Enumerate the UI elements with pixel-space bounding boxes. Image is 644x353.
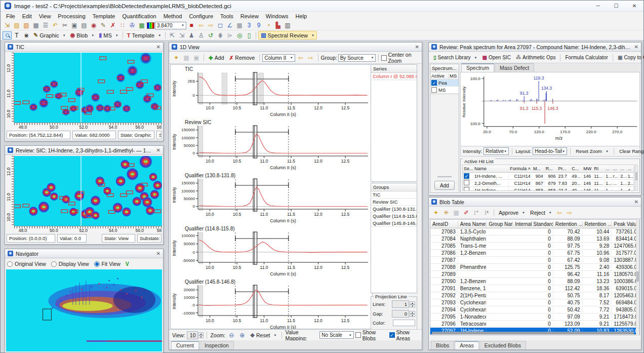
menu-file[interactable]: File — [3, 13, 19, 20]
save-icon[interactable]: ▦ — [31, 21, 41, 29]
keys-icon[interactable]: ✇ — [128, 21, 137, 29]
chart-tic[interactable]: TIC02E610.010.511.011.512.012.5Column II… — [171, 65, 372, 118]
group-item[interactable]: Review SIC — [371, 199, 417, 206]
gap-stepper[interactable]: 0▲▼ — [392, 310, 415, 318]
settings-icon[interactable]: ✳ — [441, 209, 451, 217]
maximize-button[interactable]: ☐ — [607, 1, 625, 11]
review-sic-titlebar[interactable]: Review: SIC: 1H-Indene, 2,3-dihydro-1,1-… — [5, 146, 163, 155]
tab-current[interactable]: Current — [171, 341, 199, 349]
menu-tools[interactable]: Tools — [217, 13, 237, 20]
chart-qualifier-114-8-115-8-[interactable]: Qualifier (114.8-115.8)-5000005000010000… — [171, 224, 372, 278]
heatmap-plot[interactable] — [14, 156, 162, 226]
hit-list-row[interactable]: 2,2-Dimeth...C11H148678797.8320...14611.… — [463, 180, 634, 187]
arithmetic-ops-button[interactable]: ⁂Arithmetic Ops — [514, 54, 558, 61]
edit-icon[interactable]: ✐ — [462, 209, 471, 217]
prev-icon[interactable]: ⇦ — [296, 54, 305, 62]
intensity-select[interactable]: Relative▼ — [484, 147, 509, 155]
menu-configure[interactable]: Configure — [185, 13, 217, 20]
template-dropdown[interactable]: TTemplate▼ — [125, 32, 163, 39]
spectral-review-dropdown[interactable]: ▨Spectral Review▼ — [258, 31, 317, 40]
one-d-charts[interactable]: TIC02E610.010.511.011.512.012.5Column II… — [170, 64, 373, 329]
spectrum-titlebar[interactable]: Review: Peak spectrum for Area 27097 - C… — [429, 43, 641, 52]
copy-to-clipboard-button[interactable]: ▣Copy to Clipboard — [616, 54, 644, 61]
target-icon[interactable]: ◎ — [235, 31, 244, 40]
arrow-tool-1-icon[interactable]: ⇱ — [168, 31, 177, 40]
close-icon[interactable]: ✕ — [631, 44, 638, 50]
layout-select[interactable]: Head-to-Tail▼ — [533, 147, 567, 155]
lines-stepper[interactable]: 1▲▼ — [392, 300, 415, 308]
tab-excluded-blobs[interactable]: Excluded Blobs — [479, 341, 526, 349]
value-mapping-select[interactable]: No Scale▼ — [319, 331, 353, 339]
chart-review-sic[interactable]: Review SIC05000010000015000010.010.511.0… — [171, 118, 372, 171]
blob-table-scrollbar[interactable] — [636, 219, 639, 335]
save-icon[interactable]: ▦ — [452, 209, 461, 217]
view-stepper[interactable]: 10▲▼ — [187, 331, 204, 339]
include-blob-icon[interactable]: ♟ — [187, 31, 196, 40]
pen-icon[interactable]: ✎ — [99, 21, 108, 29]
blob-tool-icon[interactable]: ◉ — [89, 21, 98, 29]
next-icon[interactable]: ⇨ — [565, 209, 574, 217]
cut-icon[interactable]: ✂ — [60, 21, 69, 29]
center-on-zoom-checkbox[interactable] — [381, 55, 387, 61]
open-folder-icon[interactable]: ▨ — [12, 21, 21, 29]
tab-inspection[interactable]: Inspection — [199, 341, 234, 349]
add-column-icon[interactable]: ⁝⁺ — [472, 209, 481, 217]
tab-spectrum[interactable]: Spectrum — [461, 63, 494, 72]
menu-help[interactable]: Help — [292, 13, 310, 20]
close-icon[interactable]: ✕ — [412, 44, 419, 50]
open-image-icon[interactable]: ⇲ — [3, 21, 12, 29]
blob-table-titlebar[interactable]: Blob Table ✕ — [429, 198, 641, 207]
calculator-icon[interactable]: ▦ — [137, 21, 146, 29]
back-icon[interactable]: ⇦ — [196, 21, 206, 29]
table-row[interactable]: 27085Trans-1-met...097.759.281247065.0 — [430, 243, 639, 250]
navigator-map[interactable] — [6, 269, 162, 351]
tic-heatmap[interactable]: 12.011.010.048.050.052.054.056.058 — [6, 53, 162, 129]
stop-icon[interactable]: ■ — [187, 21, 196, 29]
hit-list-scrollbar[interactable] — [635, 165, 638, 191]
close-icon[interactable]: ✕ — [153, 251, 160, 256]
spectrum-chart[interactable]: 100.0100.020.070.0120.0170.0220.0270.0m/… — [460, 72, 640, 146]
menu-review[interactable]: Review — [237, 13, 262, 20]
tab-mass-defect[interactable]: Mass Defect — [495, 63, 534, 72]
paste-icon[interactable]: ▤ — [79, 21, 89, 29]
table-row[interactable]: 27096Tetracosane0123.099.211125579.0 — [430, 321, 639, 328]
table-row[interactable]: 27091Benzene, 1-...0112.4218.36639015.0 — [430, 285, 639, 292]
group-item[interactable]: TIC — [371, 191, 417, 199]
table-row[interactable]: 27093Cyclohexan...040.757.52669484.0 — [430, 299, 639, 306]
next-icon[interactable]: ⇨ — [306, 54, 315, 62]
browse-icon[interactable]: ▥ — [283, 21, 292, 29]
menu-windows[interactable]: Windows — [262, 13, 292, 20]
zoom-in-icon[interactable]: ⊕ — [237, 331, 247, 339]
remove-column-icon[interactable]: ⁝ˣ — [482, 209, 491, 217]
blob-table-hscrollbar[interactable] — [432, 332, 634, 334]
colormap-icon[interactable] — [147, 22, 154, 29]
table-row[interactable]: 27084Naphthalen...088.0913.69834414.0 — [430, 236, 639, 243]
refresh-green-icon[interactable]: ↺ — [206, 31, 215, 40]
refresh-icon[interactable]: ✦ — [431, 209, 440, 217]
save-icon[interactable]: ▦ — [182, 54, 191, 62]
red-chart-icon[interactable]: ▙ — [273, 21, 283, 29]
search-library-button[interactable]: ▯Search Library▼ — [431, 54, 479, 61]
close-icon[interactable]: ✕ — [153, 44, 160, 50]
hit-list-row[interactable]: ✓1H-Indene, ...C11H1490490623.749...1461… — [463, 173, 634, 180]
menu-view[interactable]: View — [35, 13, 55, 20]
tab-blobs[interactable]: Blobs — [431, 341, 454, 349]
spectrum-list-row[interactable]: ✓Pea — [430, 80, 459, 87]
arrow-tool-2-icon[interactable]: ⇲ — [177, 31, 186, 40]
group-item[interactable]: Qualifier (130.8-131.8) — [371, 206, 417, 213]
zoom-region-icon[interactable]: ◻ — [216, 21, 225, 29]
reject-button[interactable]: Reject▼ — [528, 209, 554, 216]
search-icon[interactable] — [3, 31, 12, 40]
pie-icon[interactable]: ◔ — [264, 21, 273, 29]
texture-tool-icon[interactable]: ⋇ — [22, 31, 31, 40]
menu-edit[interactable]: Edit — [19, 13, 35, 20]
table-view-icon[interactable]: ▦ — [235, 21, 244, 29]
table-row[interactable]: 27088Phenanthre...0125.752.40439306.0 — [430, 264, 639, 271]
show-areas-checkbox[interactable]: ✓ — [389, 332, 395, 338]
reset-zoom-button[interactable]: Reset Zoom▼ — [574, 148, 611, 154]
group-select[interactable]: By Source▼ — [338, 54, 376, 62]
menu-processing[interactable]: Processing — [54, 13, 89, 20]
color-field[interactable] — [393, 320, 415, 326]
clear-ranges-button[interactable]: Clear Ranges — [617, 148, 644, 154]
tab-areas[interactable]: Areas — [455, 341, 478, 349]
